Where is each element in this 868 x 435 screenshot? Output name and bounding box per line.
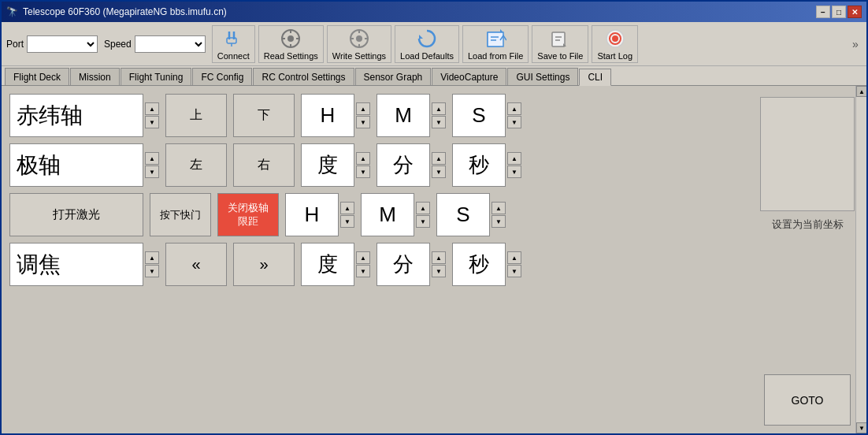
maximize-button[interactable]: □: [832, 6, 846, 18]
min4-control: 分 ▲ ▼: [377, 243, 446, 286]
port-select[interactable]: [27, 35, 98, 53]
limit-button[interactable]: 关闭极轴 限距: [217, 193, 279, 236]
dec-axis-spinner: ▲ ▼: [145, 102, 159, 128]
tab-cli[interactable]: CLI: [579, 69, 611, 86]
tab-video-capture[interactable]: VideoCapture: [432, 68, 506, 85]
sec2-down[interactable]: ▼: [507, 165, 521, 178]
dec-axis-display: 赤纬轴: [9, 94, 143, 137]
deg4-control: 度 ▲ ▼: [301, 243, 370, 286]
m3-up[interactable]: ▲: [416, 202, 430, 214]
row-4: 调焦 ▲ ▼ « » 度: [9, 243, 748, 286]
m3-spinner: ▲ ▼: [416, 202, 430, 228]
min2-display: 分: [377, 143, 430, 187]
close-button[interactable]: ✕: [848, 6, 862, 18]
s1-up[interactable]: ▲: [507, 102, 521, 115]
h1-up[interactable]: ▲: [356, 102, 370, 115]
min2-up[interactable]: ▲: [432, 152, 446, 165]
start-log-icon: [604, 28, 626, 50]
right-button[interactable]: 右: [233, 143, 295, 187]
polar-axis-up[interactable]: ▲: [145, 152, 159, 165]
sec2-spinner: ▲ ▼: [507, 152, 521, 178]
sec4-up[interactable]: ▲: [507, 251, 521, 264]
read-settings-label: Read Settings: [264, 51, 318, 61]
left-button[interactable]: 左: [165, 143, 227, 187]
tab-flight-deck[interactable]: Flight Deck: [5, 68, 69, 85]
h3-control: H ▲ ▼: [285, 193, 354, 236]
up-button[interactable]: 上: [165, 94, 227, 137]
scrollbar-right[interactable]: ▲ ▼: [855, 86, 866, 433]
minimize-button[interactable]: −: [816, 6, 830, 18]
window-icon: 🔭: [6, 6, 18, 17]
focus-label: 调焦: [17, 250, 61, 280]
set-coord-label: 设置为当前坐标: [772, 217, 844, 232]
dec-axis-down[interactable]: ▼: [145, 116, 159, 128]
back-button[interactable]: «: [165, 243, 227, 286]
save-to-file-button[interactable]: Save to File: [532, 25, 588, 63]
sec2-up[interactable]: ▲: [507, 152, 521, 165]
laser-button[interactable]: 打开激光: [9, 193, 143, 236]
s3-display: S: [436, 193, 490, 236]
load-from-file-icon: [484, 28, 506, 50]
tab-gui-settings[interactable]: GUI Settings: [507, 68, 578, 85]
s1-down[interactable]: ▼: [507, 116, 521, 128]
s3-up[interactable]: ▲: [491, 202, 506, 214]
dec-axis-label: 赤纬轴: [17, 101, 83, 131]
tab-bar: Flight Deck Mission Flight Tuning FC Con…: [2, 66, 866, 86]
min2-control: 分 ▲ ▼: [377, 143, 446, 187]
focus-control: 调焦 ▲ ▼: [9, 243, 159, 286]
s1-display: S: [452, 94, 506, 137]
deg4-up[interactable]: ▲: [356, 251, 370, 264]
focus-up[interactable]: ▲: [145, 251, 159, 264]
deg4-display: 度: [301, 243, 354, 286]
tab-mission[interactable]: Mission: [70, 68, 120, 85]
deg4-down[interactable]: ▼: [356, 265, 370, 277]
h3-down[interactable]: ▼: [340, 215, 354, 228]
min4-up[interactable]: ▲: [432, 251, 446, 264]
polar-axis-down[interactable]: ▼: [145, 165, 159, 178]
m1-down[interactable]: ▼: [432, 116, 446, 128]
m3-control: M ▲ ▼: [361, 193, 430, 236]
m1-display: M: [377, 94, 430, 137]
s3-down[interactable]: ▼: [491, 215, 506, 228]
toolbar: Port Speed Connect: [2, 22, 866, 66]
min4-down[interactable]: ▼: [432, 265, 446, 277]
scroll-down-btn[interactable]: ▼: [856, 422, 866, 433]
start-log-label: Start Log: [597, 51, 632, 61]
tab-sensor-graph[interactable]: Sensor Graph: [355, 68, 432, 85]
sec4-down[interactable]: ▼: [507, 265, 521, 277]
s1-spinner: ▲ ▼: [507, 102, 521, 128]
load-defaults-label: Load Defaults: [400, 51, 454, 61]
title-controls: − □ ✕: [816, 6, 862, 18]
focus-down[interactable]: ▼: [145, 265, 159, 277]
load-defaults-button[interactable]: Load Defaults: [395, 25, 459, 63]
h3-up[interactable]: ▲: [340, 202, 354, 214]
deg2-up[interactable]: ▲: [356, 152, 370, 165]
tab-rc-control[interactable]: RC Control Settings: [253, 68, 354, 85]
load-from-file-button[interactable]: Load from File: [462, 25, 529, 63]
start-log-button[interactable]: Start Log: [592, 25, 638, 63]
tab-flight-tuning[interactable]: Flight Tuning: [121, 68, 192, 85]
save-to-file-label: Save to File: [537, 51, 583, 61]
m1-up[interactable]: ▲: [432, 102, 446, 115]
scroll-up-btn[interactable]: ▲: [856, 86, 866, 97]
shutter-button[interactable]: 按下快门: [150, 193, 211, 236]
fwd-button[interactable]: »: [233, 243, 295, 286]
dec-axis-control: 赤纬轴 ▲ ▼: [9, 94, 159, 137]
goto-button[interactable]: GOTO: [764, 374, 851, 426]
h1-display: H: [301, 94, 354, 137]
load-defaults-icon: [416, 28, 438, 50]
tab-fc-config[interactable]: FC Config: [192, 68, 252, 85]
speed-select[interactable]: [135, 35, 206, 53]
deg2-down[interactable]: ▼: [356, 165, 370, 178]
read-settings-button[interactable]: Read Settings: [258, 25, 324, 63]
h1-down[interactable]: ▼: [356, 116, 370, 128]
min2-down[interactable]: ▼: [432, 165, 446, 178]
connect-button[interactable]: Connect: [212, 25, 255, 63]
write-settings-button[interactable]: Write Settings: [327, 25, 391, 63]
expand-icon: »: [852, 38, 859, 50]
dec-axis-up[interactable]: ▲: [145, 102, 159, 115]
svg-point-26: [612, 35, 618, 42]
down-button[interactable]: 下: [233, 94, 295, 137]
svg-point-11: [356, 35, 362, 42]
m3-down[interactable]: ▼: [416, 215, 430, 228]
